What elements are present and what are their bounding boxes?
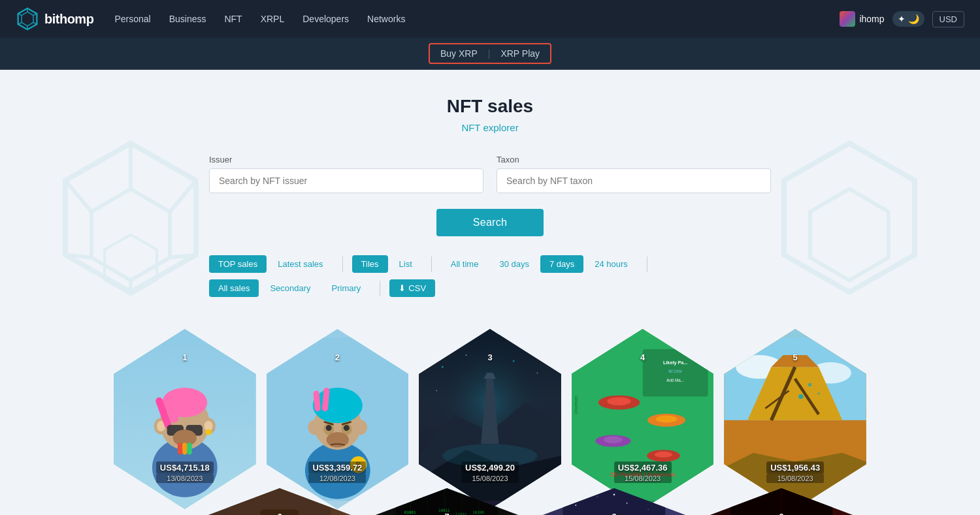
top-sales-button[interactable]: TOP sales — [209, 255, 267, 273]
nft-tile-1[interactable]: 1 US$4,715.18 13/08/2023 — [114, 329, 256, 509]
svg-point-42 — [308, 420, 322, 435]
filters-row: TOP sales Latest sales Tiles List All ti… — [209, 255, 771, 298]
latest-sales-button[interactable]: Latest sales — [268, 255, 333, 273]
subnav-buy-xrp[interactable]: Buy XRP — [440, 48, 478, 59]
svg-point-43 — [353, 420, 367, 435]
moon-icon: 🌙 — [908, 14, 919, 24]
currency-button[interactable]: USD — [932, 11, 964, 27]
user-badge[interactable]: ihomp — [840, 11, 884, 27]
issuer-label: Issuer — [209, 155, 483, 164]
nav-developers[interactable]: Developers — [302, 14, 349, 24]
svg-point-122 — [648, 509, 649, 510]
svg-point-90 — [818, 392, 821, 395]
svg-line-12 — [170, 181, 196, 212]
nft-info-1: US$4,715.18 13/08/2023 — [156, 461, 214, 483]
nft-tile-7[interactable]: 01001 10110 01101 11010 00101 10011 0111… — [368, 488, 525, 515]
tiles-button[interactable]: Tiles — [352, 255, 388, 273]
nft-rank-6: 6 — [277, 512, 282, 515]
svg-marker-17 — [784, 144, 915, 292]
filter-separator-1 — [342, 257, 343, 272]
svg-point-70 — [607, 397, 630, 405]
csv-label: CSV — [408, 283, 426, 293]
search-button-container: Search — [209, 209, 771, 236]
nft-price-5: US$1,956.43 — [766, 461, 824, 474]
taxon-label: Taxon — [497, 155, 771, 164]
csv-button[interactable]: ⬇ CSV — [389, 279, 435, 297]
nft-rank-9: 9 — [779, 512, 783, 515]
svg-marker-9 — [91, 189, 170, 281]
sun-icon: ✦ — [898, 14, 906, 24]
svg-line-16 — [65, 181, 91, 212]
search-form: Issuer Taxon — [209, 155, 771, 193]
nft-rank-2: 2 — [335, 352, 340, 362]
nft-tile-6[interactable]: 6 — [201, 488, 358, 515]
svg-point-63 — [436, 390, 437, 392]
svg-point-72 — [656, 416, 678, 423]
svg-point-61 — [513, 360, 515, 362]
svg-point-124 — [613, 493, 615, 495]
nft-tile-4[interactable]: Likely Pa... lel Univ Anti Ma... — [572, 329, 714, 509]
theme-toggle[interactable]: ✦ 🌙 — [892, 11, 924, 27]
nft-tile-5[interactable]: 5 US$1,956.43 15/08/2023 — [724, 329, 866, 509]
nft-date-1: 13/08/2023 — [156, 474, 214, 483]
nav-networks[interactable]: Networks — [367, 14, 405, 24]
svg-point-76 — [655, 452, 672, 458]
svg-rect-34 — [187, 443, 191, 454]
svg-rect-32 — [178, 443, 182, 454]
sale-type-filter: TOP sales Latest sales — [209, 255, 333, 273]
subnav-divider: | — [488, 48, 491, 59]
search-button[interactable]: Search — [436, 209, 544, 236]
nav-links: Personal Business NFT XRPL Developers Ne… — [114, 14, 840, 24]
svg-marker-18 — [810, 189, 889, 281]
svg-point-74 — [604, 436, 623, 443]
nft-date-4: 15/08/2023 — [614, 474, 672, 483]
secondary-button[interactable]: Secondary — [260, 279, 320, 298]
all-sales-button[interactable]: All sales — [209, 279, 259, 297]
nft-tile-3[interactable]: 3 US$2,499.20 15/08/2023 — [419, 329, 561, 509]
nft-price-3: US$2,499.20 — [461, 461, 519, 474]
nft-rank-4: 4 — [640, 352, 645, 362]
sale-category-filter: All sales Secondary Primary — [209, 279, 370, 298]
nft-explorer-link[interactable]: NFT explorer — [461, 122, 518, 133]
nft-tile-2[interactable]: B 2 US$3,359.72 12/08/2023 — [267, 329, 409, 509]
list-button[interactable]: List — [389, 255, 422, 273]
content-area: NFT sales NFT explorer Issuer Taxon Sear… — [196, 70, 784, 326]
svg-marker-8 — [65, 144, 196, 292]
nft-tile-8[interactable]: 8 — [536, 488, 693, 515]
nft-info-2: US$3,359.72 12/08/2023 — [308, 461, 366, 483]
download-icon: ⬇ — [399, 283, 406, 293]
subnav-xrp-play[interactable]: XRP Play — [500, 48, 540, 59]
svg-point-35 — [206, 429, 212, 435]
svg-text:Anti Ma...: Anti Ma... — [666, 378, 684, 382]
svg-point-60 — [466, 354, 467, 356]
nft-tile-9[interactable]: $ $ C... on... — [703, 488, 860, 515]
issuer-input[interactable] — [209, 168, 483, 193]
filter-separator-3 — [647, 257, 647, 272]
nft-date-3: 15/08/2023 — [461, 474, 519, 483]
svg-point-121 — [627, 503, 628, 504]
svg-text:10100: 10100 — [472, 510, 484, 514]
svg-text:lel Univ: lel Univ — [668, 369, 683, 373]
svg-marker-10 — [105, 235, 157, 295]
page-title: NFT sales — [209, 96, 771, 117]
nav-personal[interactable]: Personal — [114, 14, 150, 24]
nav-xrpl[interactable]: XRPL — [261, 14, 285, 24]
primary-button[interactable]: Primary — [322, 279, 371, 298]
filter-separator-4 — [380, 281, 380, 296]
nav-right: ihomp ✦ 🌙 USD — [840, 11, 964, 27]
30-days-button[interactable]: 30 days — [489, 255, 539, 273]
nft-price-2: US$3,359.72 — [308, 461, 366, 474]
sub-navbar: Buy XRP | XRP Play — [0, 38, 980, 70]
svg-point-47 — [343, 425, 349, 431]
nav-nft[interactable]: NFT — [224, 14, 242, 24]
navbar: bithomp Personal Business NFT XRPL Devel… — [0, 0, 980, 38]
7-days-button[interactable]: 7 days — [540, 255, 583, 273]
all-time-button[interactable]: All time — [441, 255, 489, 273]
logo[interactable]: bithomp — [16, 7, 93, 31]
svg-rect-33 — [182, 443, 187, 454]
nft-explorer-link-container: NFT explorer — [209, 122, 771, 134]
svg-text:11001: 11001 — [455, 512, 467, 515]
nav-business[interactable]: Business — [169, 14, 206, 24]
taxon-input[interactable] — [497, 168, 771, 193]
24-hours-button[interactable]: 24 hours — [585, 255, 638, 273]
